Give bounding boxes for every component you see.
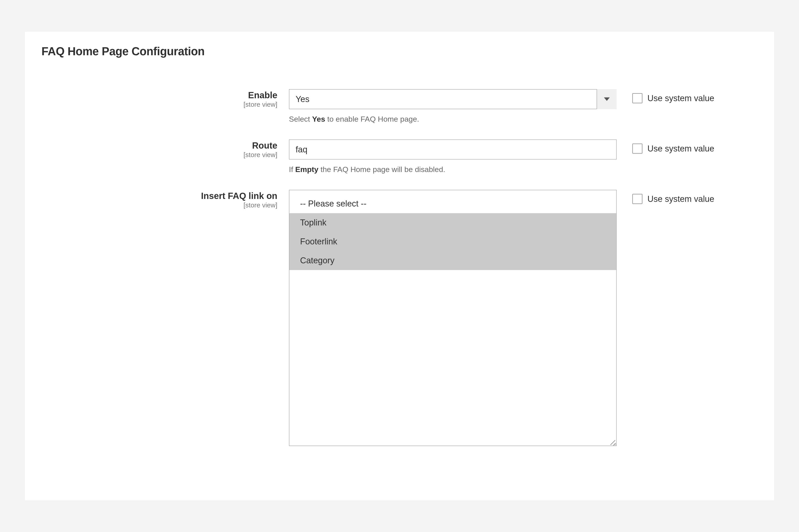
insert-link-multiselect[interactable]: -- Please select --ToplinkFooterlinkCate… xyxy=(289,190,617,446)
control-col: -- Please select --ToplinkFooterlinkCate… xyxy=(289,190,617,446)
enable-select-wrap: Yes xyxy=(289,89,617,109)
enable-use-system-checkbox[interactable] xyxy=(632,93,643,103)
enable-use-system-label[interactable]: Use system value xyxy=(647,94,714,103)
route-use-system-label[interactable]: Use system value xyxy=(647,144,714,153)
multiselect-option[interactable]: Category xyxy=(290,251,616,270)
multiselect-option[interactable]: Footerlink xyxy=(290,232,616,251)
row-insert-link: Insert FAQ link on [store view] -- Pleas… xyxy=(41,190,758,446)
row-enable: Enable [store view] Yes Select Yes to en… xyxy=(41,89,758,124)
help-post: to enable FAQ Home page. xyxy=(325,115,419,123)
route-use-system-checkbox[interactable] xyxy=(632,144,643,154)
route-input[interactable] xyxy=(289,139,617,159)
use-col: Use system value xyxy=(617,139,714,154)
svg-marker-0 xyxy=(604,97,610,101)
use-col: Use system value xyxy=(617,190,714,204)
enable-select[interactable]: Yes xyxy=(289,89,617,109)
use-col: Use system value xyxy=(617,89,714,103)
label-col: Insert FAQ link on [store view] xyxy=(41,190,289,209)
control-col: Yes Select Yes to enable FAQ Home page. xyxy=(289,89,617,124)
insert-link-use-system-checkbox[interactable] xyxy=(632,194,643,204)
insert-link-label: Insert FAQ link on xyxy=(41,191,277,201)
help-bold: Yes xyxy=(312,115,325,123)
enable-scope: [store view] xyxy=(41,101,277,108)
route-help: If Empty the FAQ Home page will be disab… xyxy=(289,165,617,174)
insert-link-use-system-label[interactable]: Use system value xyxy=(647,194,714,204)
label-col: Route [store view] xyxy=(41,139,289,159)
enable-help: Select Yes to enable FAQ Home page. xyxy=(289,114,617,124)
label-col: Enable [store view] xyxy=(41,89,289,108)
enable-label: Enable xyxy=(41,91,277,100)
chevron-down-icon[interactable] xyxy=(597,89,617,109)
insert-link-scope: [store view] xyxy=(41,202,277,209)
help-pre: If xyxy=(289,165,295,174)
control-col: If Empty the FAQ Home page will be disab… xyxy=(289,139,617,174)
route-label: Route xyxy=(41,141,277,150)
multiselect-option[interactable]: Toplink xyxy=(290,213,616,232)
resize-handle-icon xyxy=(608,438,616,445)
panel-title: FAQ Home Page Configuration xyxy=(41,45,758,58)
route-scope: [store view] xyxy=(41,151,277,159)
help-bold: Empty xyxy=(295,165,318,174)
multiselect-option[interactable]: -- Please select -- xyxy=(290,194,616,213)
help-pre: Select xyxy=(289,115,312,123)
help-post: the FAQ Home page will be disabled. xyxy=(318,165,445,174)
row-route: Route [store view] If Empty the FAQ Home… xyxy=(41,139,758,174)
config-panel: FAQ Home Page Configuration Enable [stor… xyxy=(24,31,775,501)
